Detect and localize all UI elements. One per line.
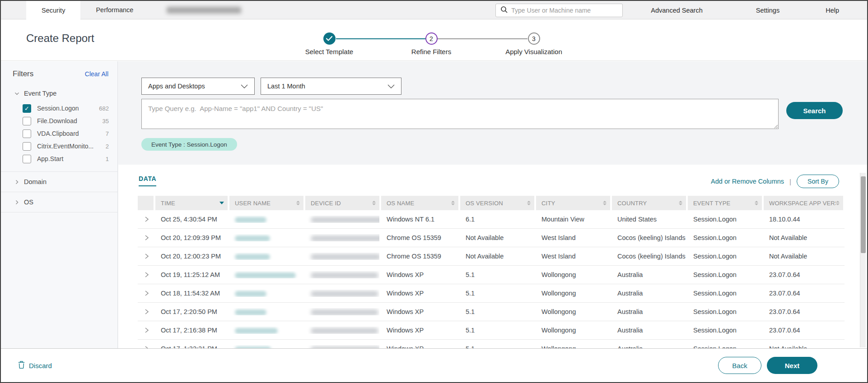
filter-option-citrix-eventmonito-[interactable]: Citrix.EventMonito...2 <box>1 140 117 152</box>
filter-group-os[interactable]: OS <box>1 192 117 212</box>
column-header-os-name[interactable]: OS NAME <box>381 196 458 210</box>
discard-button[interactable]: Discard <box>18 361 52 370</box>
search-button[interactable]: Search <box>786 102 843 119</box>
step-number: 2 <box>425 32 438 45</box>
cell-event-type: Session.Logon <box>688 253 762 260</box>
table-row: Oct 17, 1:32:21 PMWindows XP5.1Wollongon… <box>138 340 845 349</box>
add-remove-columns-link[interactable]: Add or Remove Columns <box>711 178 784 185</box>
filter-option-count: 682 <box>99 105 109 112</box>
filter-option-app-start[interactable]: App.Start1 <box>1 152 117 165</box>
row-expander[interactable] <box>138 309 154 315</box>
sort-up-arrow <box>603 201 607 203</box>
back-button[interactable]: Back <box>718 357 761 374</box>
cell-time: Oct 19, 11:25:12 AM <box>155 271 228 278</box>
column-header-os-version[interactable]: OS VERSION <box>460 196 534 210</box>
table-row: Oct 17, 2:20:50 PMWindows XP5.1Wollongon… <box>138 303 845 321</box>
sort-up-arrow <box>296 201 300 203</box>
filter-option-file-download[interactable]: File.Download35 <box>1 115 117 127</box>
timerange-dropdown[interactable]: Last 1 Month <box>261 78 401 95</box>
table-row: Oct 17, 2:16:38 PMWindows XP5.1Wollongon… <box>138 321 845 340</box>
cell-time: Oct 17, 2:20:50 PM <box>155 308 228 315</box>
row-expander[interactable] <box>138 272 154 278</box>
create-report-page: Security Performance Advanced Search Set… <box>0 0 868 383</box>
top-nav: Security Performance Advanced Search Set… <box>1 1 867 19</box>
cell-os-version: 5.1 <box>460 327 534 334</box>
column-header-city[interactable]: CITY <box>536 196 610 210</box>
column-header-event-type[interactable]: EVENT TYPE <box>688 196 762 210</box>
table-row: Oct 25, 4:30:54 PMWindows NT 6.16.1Mount… <box>138 210 845 229</box>
filter-option-vda-clipboard[interactable]: VDA.Clipboard7 <box>1 127 117 140</box>
checkbox-checked-icon[interactable]: ✓ <box>23 104 31 113</box>
row-expander[interactable] <box>138 253 154 259</box>
chevron-right-icon <box>14 200 19 205</box>
filter-option-session-logon[interactable]: ✓Session.Logon682 <box>1 102 117 115</box>
next-button[interactable]: Next <box>767 357 817 374</box>
blurred-device-id <box>311 328 378 334</box>
blurred-device-id <box>311 309 378 315</box>
sort-by-button[interactable]: Sort By <box>797 175 839 188</box>
column-header-time[interactable]: TIME <box>155 196 228 210</box>
cell-time: Oct 17, 2:16:38 PM <box>155 327 228 334</box>
column-header-label: OS NAME <box>387 200 414 207</box>
filter-option-label: App.Start <box>37 155 106 162</box>
filter-option-count: 35 <box>103 118 109 125</box>
filter-chip-event-type[interactable]: Event Type : Session.Logon <box>141 138 237 151</box>
column-header-user-name[interactable]: USER NAME <box>229 196 303 210</box>
checkbox-icon[interactable] <box>23 142 31 151</box>
cell-city: West Island <box>536 234 610 241</box>
row-expander[interactable] <box>138 327 154 333</box>
step-select-template[interactable]: Select Template <box>293 32 365 55</box>
step-refine-filters[interactable]: 2 Refine Filters <box>395 32 467 55</box>
datasource-dropdown[interactable]: Apps and Desktops <box>141 78 255 95</box>
filter-group-domain[interactable]: Domain <box>1 172 117 192</box>
cell-time: Oct 18, 11:54:32 AM <box>155 290 228 297</box>
help-link[interactable]: Help <box>826 7 839 14</box>
row-expander[interactable] <box>138 235 154 241</box>
chevron-down-icon <box>241 83 248 90</box>
filter-option-label: VDA.Clipboard <box>37 130 106 137</box>
global-search-box[interactable] <box>495 4 623 17</box>
global-search-input[interactable] <box>511 7 618 14</box>
column-header-label: EVENT TYPE <box>693 200 730 207</box>
cell-os-name: Windows XP <box>381 308 458 315</box>
cell-user-name <box>229 308 303 315</box>
checkbox-icon[interactable] <box>23 129 31 138</box>
query-input[interactable] <box>141 99 779 129</box>
blurred-user-name <box>235 272 296 278</box>
sort-toggle-icon <box>836 201 840 205</box>
cell-city: Wollongong <box>536 290 610 297</box>
filter-group-event-type[interactable]: Event Type <box>1 86 117 101</box>
row-expander[interactable] <box>138 216 154 222</box>
column-header-country[interactable]: COUNTRY <box>612 196 686 210</box>
checkbox-icon[interactable] <box>23 117 31 125</box>
cell-user-name <box>229 216 303 223</box>
settings-link[interactable]: Settings <box>756 7 779 14</box>
chevron-right-icon <box>145 327 149 333</box>
cell-os-version: Not Available <box>460 234 534 241</box>
tab-blurred[interactable] <box>149 1 259 19</box>
tab-security[interactable]: Security <box>26 1 80 20</box>
chevron-right-icon <box>145 216 149 222</box>
sort-down-arrow <box>296 203 300 205</box>
advanced-search-link[interactable]: Advanced Search <box>651 7 702 14</box>
column-header-label: TIME <box>161 200 175 207</box>
cell-event-type: Session.Logon <box>688 234 762 241</box>
chevron-right-icon <box>145 309 149 315</box>
clear-all-link[interactable]: Clear All <box>85 70 108 78</box>
step-label: Select Template <box>293 48 365 55</box>
checkbox-icon[interactable] <box>23 155 31 163</box>
cell-event-type: Session.Logon <box>688 216 762 223</box>
divider: | <box>789 178 791 185</box>
footer-bar: Discard Back Next <box>1 348 867 382</box>
row-expander[interactable] <box>138 290 154 296</box>
column-header-workspace-app-versi-[interactable]: WORKSPACE APP VERSI... <box>764 196 843 210</box>
tab-performance[interactable]: Performance <box>80 1 149 19</box>
scrollbar-thumb[interactable] <box>861 176 866 253</box>
vertical-scrollbar[interactable] <box>860 173 866 347</box>
step-apply-visualization[interactable]: 3 Apply Visualization <box>498 32 570 55</box>
blurred-tab-label <box>167 7 241 14</box>
cell-device-id <box>305 290 379 297</box>
column-header-device-id[interactable]: DEVICE ID <box>305 196 379 210</box>
tab-data[interactable]: DATA <box>139 175 156 186</box>
cell-os-version: 6.1 <box>460 216 534 223</box>
